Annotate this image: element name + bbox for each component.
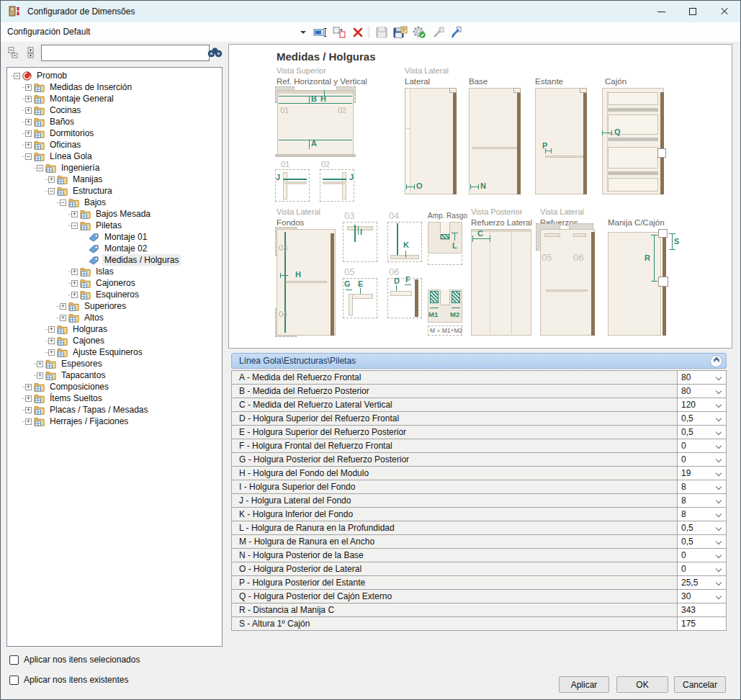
tree-item-4[interactable]: +Baños <box>7 116 222 127</box>
param-value-dropdown[interactable]: 0 <box>677 453 726 466</box>
configuration-combo[interactable]: Configuración Default <box>7 27 90 37</box>
collapse-icon[interactable]: − <box>48 188 55 194</box>
close-button[interactable] <box>709 1 740 22</box>
collapse-group-button[interactable] <box>710 355 722 367</box>
param-value-dropdown[interactable]: 0 <box>677 549 726 562</box>
tree-item-9[interactable]: +Manijas <box>7 174 222 185</box>
expand-icon[interactable]: + <box>48 349 55 356</box>
tree-item-17[interactable]: +Islas <box>7 266 222 277</box>
expand-icon[interactable]: + <box>37 372 43 379</box>
cancel-button[interactable]: Cancelar <box>674 676 726 693</box>
expand-icon[interactable]: + <box>25 130 32 137</box>
chevron-down-icon[interactable] <box>716 457 722 462</box>
collapse-icon[interactable]: − <box>71 223 78 229</box>
chevron-down-icon[interactable] <box>716 374 722 380</box>
tree-item-27[interactable]: +Composiciones <box>7 381 222 392</box>
maximize-button[interactable] <box>677 1 709 22</box>
chevron-down-icon[interactable] <box>716 525 722 531</box>
minimize-button[interactable] <box>645 1 677 22</box>
chevron-down-icon[interactable] <box>716 484 722 490</box>
tree-item-8[interactable]: −Ingeniería <box>7 162 222 174</box>
chevron-down-icon[interactable] <box>716 388 722 394</box>
expand-icon[interactable]: + <box>25 84 32 91</box>
expand-icon[interactable]: + <box>25 395 32 402</box>
expand-icon[interactable]: + <box>71 269 78 275</box>
tree-item-21[interactable]: +Altos <box>7 312 222 323</box>
param-value-dropdown[interactable]: 0,5 <box>677 412 726 425</box>
param-value-dropdown[interactable]: 0 <box>677 439 726 452</box>
tree-item-6[interactable]: +Oficinas <box>7 139 222 151</box>
tree-item-26[interactable]: +Tapacantos <box>7 369 222 381</box>
chevron-down-icon[interactable] <box>716 429 722 435</box>
expand-all-button[interactable] <box>24 45 38 60</box>
checkbox-icon[interactable] <box>9 655 19 665</box>
expand-icon[interactable]: + <box>25 96 32 102</box>
collapse-icon[interactable]: − <box>25 153 32 160</box>
param-value[interactable]: 343 <box>677 603 726 616</box>
tree-item-20[interactable]: +Superiores <box>7 300 222 312</box>
expand-icon[interactable]: + <box>25 407 32 413</box>
param-value-dropdown[interactable]: 80 <box>677 385 726 398</box>
expand-icon[interactable]: + <box>48 326 55 333</box>
search-input[interactable] <box>41 45 210 61</box>
tree-item-2[interactable]: +Montaje General <box>7 93 222 104</box>
chevron-down-icon[interactable] <box>716 498 722 503</box>
rename-config-button[interactable] <box>312 24 328 40</box>
tree-item-22[interactable]: +Holguras <box>7 323 222 335</box>
expand-icon[interactable]: + <box>60 303 66 310</box>
tree-item-14[interactable]: Montaje 01 <box>7 231 222 243</box>
param-value-dropdown[interactable]: 0,5 <box>677 535 726 548</box>
tree-item-24[interactable]: +Ajuste Esquineros <box>7 346 222 358</box>
collapse-icon[interactable]: − <box>37 165 43 171</box>
save-as-button[interactable] <box>392 24 408 40</box>
tree-item-23[interactable]: +Cajones <box>7 335 222 346</box>
param-value-dropdown[interactable]: 30 <box>677 590 726 603</box>
expand-icon[interactable]: + <box>71 211 78 217</box>
tree-item-28[interactable]: +Ítems Sueltos <box>7 392 222 404</box>
expand-icon[interactable]: + <box>71 280 78 287</box>
param-value-dropdown[interactable]: 8 <box>677 480 726 493</box>
tree-item-13[interactable]: −Piletas <box>7 220 222 231</box>
collapse-all-button[interactable] <box>6 45 21 60</box>
collapse-icon[interactable]: − <box>14 73 20 79</box>
tree-item-1[interactable]: +Medidas de Inserción <box>7 81 222 93</box>
param-value-dropdown[interactable]: 19 <box>677 467 726 480</box>
chevron-down-icon[interactable] <box>716 443 722 449</box>
chevron-down-icon[interactable] <box>716 416 722 421</box>
import-config-button[interactable] <box>446 24 463 40</box>
chevron-down-icon[interactable] <box>716 470 722 476</box>
collapse-icon[interactable]: − <box>60 199 66 206</box>
ok-button[interactable]: OK <box>616 676 668 693</box>
chevron-down-icon[interactable] <box>716 580 722 585</box>
copy-config-button[interactable] <box>331 24 347 40</box>
param-value-dropdown[interactable]: 8 <box>677 494 726 507</box>
expand-icon[interactable]: + <box>37 361 43 367</box>
chevron-down-icon[interactable] <box>716 539 722 544</box>
save-button[interactable] <box>373 24 390 40</box>
apply-selected-checkbox-row[interactable]: Aplicar nos itens selecionados <box>9 655 140 665</box>
tree-item-29[interactable]: +Placas / Tapas / Mesadas <box>7 404 222 416</box>
delete-config-button[interactable] <box>349 24 366 40</box>
tree-item-11[interactable]: −Bajos <box>7 197 222 208</box>
param-value-dropdown[interactable]: 25,5 <box>677 576 726 589</box>
tree-item-7[interactable]: −Línea Gola <box>7 151 222 162</box>
checkbox-icon[interactable] <box>9 676 19 685</box>
expand-icon[interactable]: + <box>71 292 78 298</box>
export-config-button[interactable] <box>429 24 446 40</box>
tree-item-0[interactable]: −Promob <box>7 70 222 81</box>
expand-icon[interactable]: + <box>25 384 32 390</box>
chevron-down-icon[interactable] <box>716 566 722 572</box>
tree-item-16[interactable]: Medidas / Holguras <box>7 254 222 266</box>
expand-icon[interactable]: + <box>25 119 32 125</box>
expand-icon[interactable]: + <box>25 142 32 148</box>
param-value-dropdown[interactable]: 0 <box>677 562 726 575</box>
apply-button[interactable]: Aplicar <box>559 676 609 693</box>
apply-config-button[interactable] <box>410 24 427 40</box>
chevron-down-icon[interactable] <box>716 511 722 517</box>
chevron-down-icon[interactable] <box>716 593 722 599</box>
chevron-down-icon[interactable] <box>716 552 722 558</box>
expand-icon[interactable]: + <box>48 338 55 344</box>
tree-item-15[interactable]: Montaje 02 <box>7 243 222 254</box>
chevron-down-icon[interactable] <box>716 402 722 408</box>
search-binoculars-icon[interactable] <box>207 47 223 60</box>
